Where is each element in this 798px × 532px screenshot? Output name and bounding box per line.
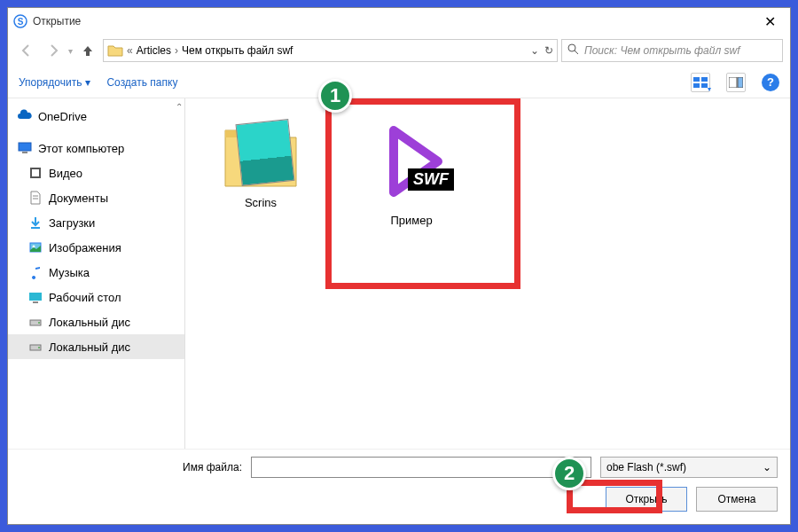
new-folder-button[interactable]: Создать папку	[106, 76, 177, 89]
svg-rect-7	[701, 83, 708, 88]
sidebar-item-localdisk[interactable]: Локальный дис	[8, 334, 184, 359]
toolbar: Упорядочить ▾ Создать папку ▾ ?	[8, 66, 790, 98]
file-label: Scrins	[245, 196, 277, 209]
svg-rect-9	[738, 77, 743, 88]
svg-text:S: S	[18, 17, 24, 27]
search-icon	[567, 43, 579, 58]
open-file-dialog: S Открытие ✕ ▾ « Articles › Чем открыть …	[7, 7, 791, 525]
sidebar-item-this-pc[interactable]: Этот компьютер	[8, 136, 184, 160]
search-placeholder: Поиск: Чем открыть файл swf	[584, 44, 740, 57]
breadcrumb-item[interactable]: Чем открыть файл swf	[182, 44, 293, 57]
sidebar-item-documents[interactable]: Документы	[8, 185, 184, 210]
organize-button[interactable]: Упорядочить ▾	[19, 76, 90, 89]
dialog-title: Открытие	[33, 15, 81, 27]
cloud-icon	[17, 108, 33, 124]
folder-thumbnail-icon	[221, 113, 301, 192]
address-dropdown-icon[interactable]: ⌄	[530, 44, 539, 57]
navigation-bar: ▾ « Articles › Чем открыть файл swf ⌄ ↻ …	[8, 35, 790, 66]
chevron-right-icon: ›	[175, 44, 178, 57]
preview-pane-button[interactable]	[726, 73, 746, 92]
film-icon	[27, 165, 43, 181]
refresh-icon[interactable]: ↻	[544, 44, 553, 57]
forward-button[interactable]	[42, 39, 65, 62]
titlebar: S Открытие ✕	[8, 8, 790, 35]
chevron-down-icon: ⌄	[763, 461, 771, 473]
filename-input[interactable]	[251, 457, 591, 478]
sidebar-item-onedrive[interactable]: OneDrive	[8, 104, 184, 129]
music-note-icon	[27, 264, 43, 280]
svg-rect-19	[33, 301, 38, 303]
svg-rect-10	[19, 143, 31, 151]
address-bar[interactable]: « Articles › Чем открыть файл swf ⌄ ↻	[103, 39, 558, 62]
picture-icon	[27, 239, 43, 255]
dialog-footer: Имя файла: obe Flash (*.swf) ⌄ Открыть О…	[8, 449, 790, 524]
search-input[interactable]: Поиск: Чем открыть файл swf	[561, 39, 783, 62]
svg-rect-8	[729, 77, 737, 88]
help-button[interactable]: ?	[762, 74, 779, 91]
nav-dropdown-icon[interactable]: ▾	[68, 46, 73, 56]
svg-point-21	[38, 322, 40, 324]
svg-rect-18	[29, 293, 42, 301]
sidebar-item-music[interactable]: Музыка	[8, 260, 184, 285]
monitor-icon	[17, 140, 33, 156]
sidebar-item-localdisk[interactable]: Локальный дис	[8, 309, 184, 334]
cancel-button[interactable]: Отмена	[696, 487, 778, 512]
desktop-icon	[27, 289, 43, 305]
svg-point-23	[38, 347, 40, 348]
svg-line-3	[575, 51, 578, 54]
svg-rect-4	[693, 77, 700, 82]
sidebar-item-images[interactable]: Изображения	[8, 235, 184, 260]
drive-icon	[27, 314, 43, 330]
view-options-button[interactable]: ▾	[691, 73, 710, 92]
breadcrumb-item[interactable]: Articles	[137, 44, 171, 57]
drive-icon	[27, 339, 43, 355]
annotation-badge: 1	[318, 79, 352, 113]
annotation-highlight	[325, 98, 520, 289]
folder-icon	[107, 43, 123, 59]
up-button[interactable]	[76, 39, 99, 62]
svg-rect-13	[32, 169, 39, 176]
chevron-down-icon: ▾	[85, 76, 90, 89]
chevron-up-icon[interactable]: ⌃	[176, 102, 183, 112]
sidebar-item-downloads[interactable]: Загрузки	[8, 210, 184, 235]
svg-rect-6	[693, 83, 700, 88]
close-button[interactable]: ✕	[755, 12, 785, 32]
breadcrumb-prefix: «	[127, 44, 133, 57]
sidebar-item-videos[interactable]: Видео	[8, 160, 184, 185]
svg-point-2	[568, 44, 575, 51]
back-button[interactable]	[15, 39, 38, 62]
sidebar: ⌃ OneDrive Этот компьютер Видео Документ…	[8, 98, 185, 449]
svg-rect-5	[701, 77, 708, 82]
annotation-badge: 2	[552, 457, 586, 490]
filename-label: Имя файла:	[20, 461, 242, 473]
svg-rect-11	[22, 152, 27, 153]
sidebar-item-desktop[interactable]: Рабочий стол	[8, 285, 184, 309]
document-icon	[27, 190, 43, 206]
file-type-filter[interactable]: obe Flash (*.swf) ⌄	[600, 457, 778, 478]
app-icon: S	[13, 14, 27, 28]
folder-item[interactable]: Scrins	[203, 113, 318, 209]
download-icon	[27, 215, 43, 231]
